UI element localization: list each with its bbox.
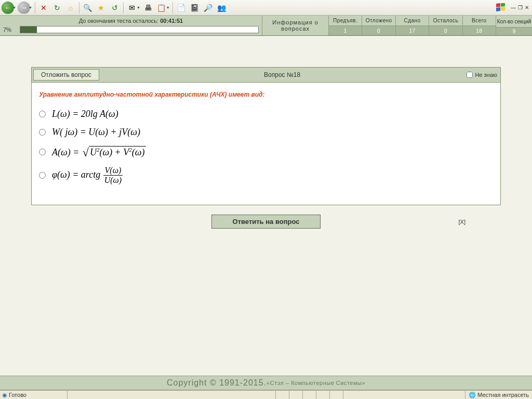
edit-dropdown-icon[interactable]: ▼ (166, 6, 170, 9)
info-header: Информация о вопросах (262, 16, 329, 35)
status-ready: Готово (9, 392, 26, 398)
option-1-radio[interactable] (39, 111, 46, 117)
svg-rect-2 (496, 7, 500, 11)
option-3-formula: A(ω) = U2(ω) + V2(ω) (52, 145, 146, 158)
svg-rect-3 (501, 7, 505, 11)
timer-label: До окончания теста осталось: 00:41:51 (3, 18, 259, 24)
question-panel: Отложить вопрос Вопрос №18 Не знаю Уравн… (31, 67, 501, 205)
stat-header-total: Всего (463, 16, 496, 25)
question-title: Вопрос №18 (101, 71, 464, 78)
zone-icon: 🌐 (469, 392, 476, 398)
refresh-button[interactable]: ↻ (51, 2, 63, 14)
stat-header-postponed: Отложено (362, 16, 395, 25)
stat-value-total: 18 (463, 25, 496, 35)
status-pane (343, 391, 356, 399)
research-button[interactable]: 🔎 (202, 2, 215, 14)
messenger-button[interactable]: 👥 (216, 2, 228, 14)
svg-rect-1 (501, 3, 505, 7)
ie-page-icon: ◉ (2, 392, 7, 398)
search-button[interactable]: 🔍 (82, 2, 94, 14)
close-window-button[interactable]: ✕ (525, 5, 529, 10)
forward-dropdown-icon[interactable]: ▼ (29, 6, 32, 9)
answer-button[interactable]: Ответить на вопрос (211, 215, 321, 229)
windows-logo-icon (493, 0, 509, 16)
postpone-button[interactable]: Отложить вопрос (33, 69, 99, 81)
restore-button[interactable]: ❐ (518, 5, 523, 10)
minimize-button[interactable]: — (511, 5, 516, 10)
home-button[interactable]: ⌂ (64, 2, 77, 14)
option-4-radio[interactable] (39, 172, 46, 179)
dont-know-label[interactable]: Не знаю (463, 68, 500, 82)
notes-button[interactable]: 📄 (175, 2, 188, 14)
stop-button[interactable]: ✕ (37, 2, 50, 14)
stat-header-remaining: Осталось (429, 16, 462, 25)
mail-dropdown-icon[interactable]: ▼ (137, 6, 140, 9)
sections-value: 9 (496, 27, 532, 35)
option-1-formula: L(ω) = 20lg A(ω) (52, 109, 118, 119)
sections-header: Кол-во секций (496, 16, 532, 27)
progress-percent: 7% (3, 26, 18, 33)
option-2-formula: W( jω) = U(ω) + jV(ω) (52, 127, 140, 138)
test-info-bar: До окончания теста осталось: 00:41:51 7%… (0, 16, 532, 36)
stat-value-presented: 1 (329, 25, 362, 35)
question-prompt: Уравнение амплитудно-частотной характери… (39, 91, 493, 98)
close-question-button[interactable]: [X] (459, 219, 466, 225)
stat-value-postponed: 0 (362, 25, 395, 35)
status-pane (329, 391, 343, 399)
status-pane (289, 391, 302, 399)
status-zone: Местная интрасеть (477, 392, 529, 398)
status-bar: ◉ Готово 🌐 Местная интрасеть (0, 390, 532, 399)
browser-toolbar: ← ▼ → ▼ ✕ ↻ ⌂ 🔍 ★ ↺ ✉ ▼ 🖶 📋 ▼ 📄 📓 🔎 👥 — … (0, 0, 532, 16)
copyright-bar: Copyright © 1991-2015. «Стэл – Компьютер… (0, 376, 532, 390)
option-2-radio[interactable] (39, 129, 46, 136)
stat-header-submitted: Сдано (396, 16, 429, 25)
stat-value-submitted: 17 (396, 25, 429, 35)
stat-value-remaining: 0 (429, 25, 462, 35)
status-pane (275, 391, 289, 399)
status-pane (302, 391, 316, 399)
print-button[interactable]: 🖶 (142, 2, 154, 14)
option-4-formula: φ(ω) = arctg V(ω)U(ω) (52, 166, 123, 185)
svg-rect-0 (496, 3, 500, 7)
option-3-radio[interactable] (39, 149, 46, 155)
dont-know-checkbox[interactable] (467, 72, 473, 78)
stat-header-presented: Предъяв. (329, 16, 362, 25)
favorites-button[interactable]: ★ (95, 2, 108, 14)
back-dropdown-icon[interactable]: ▼ (12, 6, 16, 9)
status-pane (316, 391, 329, 399)
office-button[interactable]: 📓 (189, 2, 201, 14)
progress-bar (20, 26, 259, 33)
history-button[interactable]: ↺ (109, 2, 121, 14)
